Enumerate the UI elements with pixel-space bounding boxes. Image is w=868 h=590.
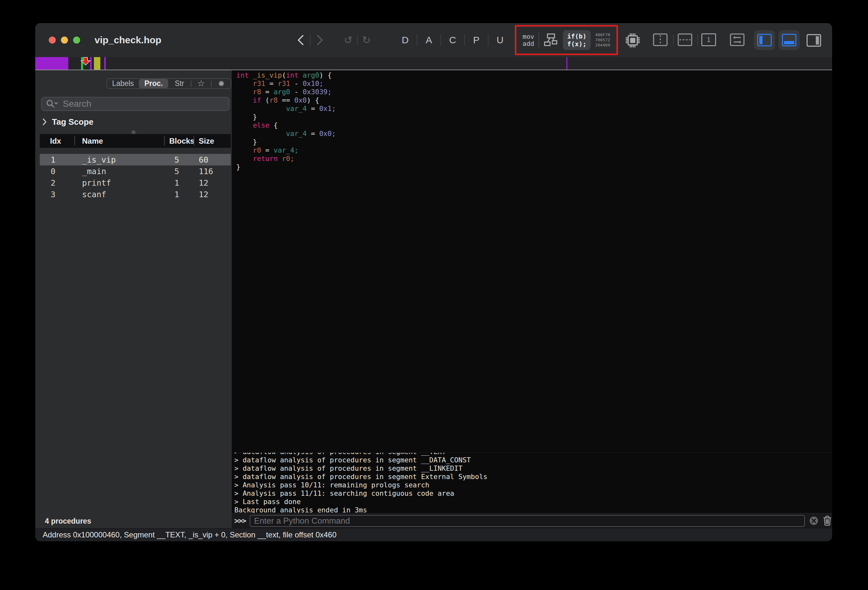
toggle-bottom-panel-button[interactable] [779, 30, 800, 50]
close-window-button[interactable] [49, 37, 56, 44]
analysis-console[interactable]: > dataflow analysis of procedures in seg… [232, 452, 832, 513]
tab-labels[interactable]: Labels [107, 79, 139, 88]
star-icon: ☆ [198, 78, 205, 89]
table-row[interactable]: 3scanf112 [40, 189, 231, 200]
table-row[interactable]: 1_is_vip560 [40, 154, 231, 166]
assembly-mode-button[interactable]: mov add [523, 33, 534, 47]
title-bar: vip_check.hop ↺ ↻ DACPU mov add [35, 23, 832, 57]
code-token: ) { [307, 96, 319, 104]
code-line: else { [236, 121, 832, 130]
code-line: r8 = arg0 - 0x3039; [236, 88, 832, 96]
code-line: if (r8 == 0x0) { [236, 96, 832, 105]
toolbar-separator [310, 34, 311, 46]
table-cell: 1 [167, 178, 196, 188]
code-token: = [307, 105, 319, 112]
delete-log-button[interactable] [823, 516, 832, 526]
mode-letter-button-a[interactable]: A [417, 35, 440, 46]
pseudocode-pane[interactable]: int _is_vip(int arg0) { r31 = r31 - 0x10… [232, 70, 832, 528]
code-token: 0x1; [319, 105, 336, 112]
code-line: return r0; [236, 155, 832, 163]
minimize-window-button[interactable] [61, 37, 68, 44]
binary-overview-strip[interactable] [35, 57, 832, 70]
table-cell: 0 [40, 167, 78, 176]
search-field[interactable]: Search [41, 97, 229, 111]
code-token: } [236, 138, 257, 146]
chevron-right-icon [316, 34, 324, 46]
console-line: > Analysis pass 11/11: searching contigu… [234, 489, 487, 498]
table-cell: 5 [167, 167, 196, 176]
mode-letter-button-c[interactable]: C [441, 35, 464, 46]
pseudocode-mode-button[interactable]: if(b) f(x); [563, 30, 590, 50]
table-cell: _is_vip [78, 155, 167, 164]
tab-procedures[interactable]: Proc. [139, 79, 168, 88]
code-token: else [253, 121, 270, 129]
code-token: 0x0; [319, 130, 336, 138]
table-row[interactable]: 2printf112 [40, 177, 231, 189]
code-token: == [278, 96, 294, 104]
code-token: = [307, 130, 319, 138]
cfg-mode-button[interactable] [544, 33, 558, 47]
app-window: vip_check.hop ↺ ↻ DACPU mov add [35, 23, 832, 541]
code-token: var_4 [286, 130, 307, 138]
redo-button[interactable]: ↻ [362, 34, 371, 46]
column-header-name[interactable]: Name [78, 137, 167, 146]
sidebar-tab-bar: Labels Proc. Str ☆ [106, 78, 232, 89]
navigate-forward-button[interactable] [316, 34, 324, 46]
segment-stripe-yellow [94, 57, 100, 69]
address-status-text: Address 0x100000460, Segment __TEXT, _is… [43, 530, 337, 539]
console-line: > Analysis pass 10/11: remaining prologs… [234, 481, 487, 489]
column-header-idx[interactable]: Idx [40, 137, 78, 146]
toggle-left-panel-button[interactable] [754, 30, 775, 50]
tag-scope-disclosure[interactable]: Tag Scope [42, 117, 94, 127]
cpu-info-button[interactable] [625, 33, 641, 49]
split-view-vertical-button[interactable] [653, 33, 668, 47]
tab-tagged[interactable] [211, 79, 231, 88]
single-view-button[interactable]: 1 [701, 33, 716, 46]
mode-letter-button-p[interactable]: P [465, 35, 488, 46]
procedures-table-header[interactable]: Idx Name Blocks Size [40, 134, 231, 148]
hex-mode-button[interactable]: 486F70 706572 204469 [595, 33, 610, 48]
table-cell: 12 [196, 178, 231, 188]
column-header-blocks[interactable]: Blocks [167, 137, 196, 146]
trash-icon [824, 516, 831, 525]
code-token [236, 130, 286, 138]
swap-panes-button[interactable] [730, 33, 745, 47]
status-bar: Address 0x100000460, Segment __TEXT, _is… [35, 528, 832, 541]
code-line: int _is_vip(int arg0) { [236, 71, 832, 80]
table-cell: 1 [40, 155, 78, 164]
code-token: r8 [270, 96, 278, 104]
split-view-horizontal-button[interactable] [678, 33, 692, 47]
code-token [236, 105, 286, 112]
mode-letter-button-d[interactable]: D [394, 35, 417, 46]
code-token [278, 155, 282, 163]
code-line: r31 = r31 - 0x10; [236, 80, 832, 88]
mode-letter-button-u[interactable]: U [489, 35, 512, 46]
toggle-right-panel-button[interactable] [806, 34, 821, 48]
column-separator [74, 136, 75, 146]
navigate-back-button[interactable] [297, 34, 305, 46]
code-token: r31 [253, 80, 266, 87]
zoom-window-button[interactable] [73, 37, 80, 44]
undo-button[interactable]: ↺ [344, 34, 353, 46]
python-command-input[interactable]: Enter a Python Command [250, 515, 805, 527]
code-token: r31 [278, 80, 290, 87]
code-token: - [290, 88, 303, 96]
cpu-chip-icon [625, 33, 641, 48]
vertical-split-icon [653, 33, 668, 46]
clear-console-button[interactable] [809, 516, 818, 525]
column-separator [164, 136, 165, 146]
tab-bookmarks[interactable]: ☆ [191, 79, 211, 88]
table-cell: 12 [196, 190, 231, 199]
column-header-size[interactable]: Size [196, 137, 231, 146]
console-line: Background analysis ended in 3ms [234, 506, 487, 513]
python-input-placeholder: Enter a Python Command [254, 516, 350, 526]
view-mode-letter-buttons: DACPU [394, 34, 512, 46]
code-line: r0 = var_4; [236, 146, 832, 155]
code-line: } [236, 138, 832, 146]
table-cell: _main [78, 167, 167, 176]
table-row[interactable]: 0_main5116 [40, 166, 231, 177]
code-token [236, 80, 253, 87]
left-panel-icon [757, 34, 772, 46]
tab-strings[interactable]: Str [168, 79, 191, 88]
table-cell: scanf [78, 190, 167, 199]
